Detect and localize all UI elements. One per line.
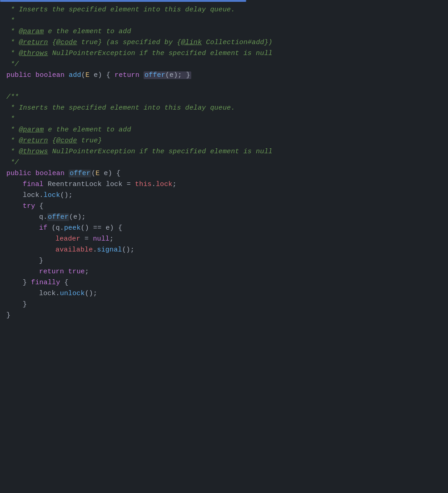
- code-line: * Inserts the specified element into thi…: [6, 5, 448, 15]
- code-line: *: [6, 15, 448, 26]
- code-line: }: [6, 299, 448, 310]
- code-editor: * Inserts the specified element into thi…: [0, 0, 448, 493]
- scrollbar-thumb[interactable]: [0, 0, 246, 2]
- code-line: *: [6, 114, 448, 125]
- code-line: * @return {@code true}: [6, 136, 448, 146]
- code-line: } finally {: [6, 277, 448, 288]
- code-line: */: [6, 157, 448, 168]
- code-line: * @param e the element to add: [6, 26, 448, 37]
- code-line: lock.unlock();: [6, 288, 448, 299]
- scrollbar[interactable]: [0, 0, 448, 2]
- code-line-add: public boolean add(E e) { return offer(e…: [6, 70, 448, 81]
- code-line: * @param e the element to add: [6, 125, 448, 136]
- code-line: final ReentrantLock lock = this.lock;: [6, 179, 448, 190]
- code-line: /**: [6, 92, 448, 103]
- code-line: leader = null;: [6, 234, 448, 245]
- code-line: */: [6, 59, 448, 70]
- code-line-blank: [6, 81, 448, 92]
- code-line: if (q.peek() == e) {: [6, 223, 448, 234]
- code-line: * Inserts the specified element into thi…: [6, 103, 448, 114]
- code-line: return true;: [6, 267, 448, 277]
- code-line: * @throws NullPointerException if the sp…: [6, 146, 448, 157]
- code-line: }: [6, 310, 448, 321]
- code-line: available.signal();: [6, 245, 448, 256]
- code-line: q.offer(e);: [6, 212, 448, 223]
- code-line: }: [6, 256, 448, 267]
- code-block: * Inserts the specified element into thi…: [0, 3, 448, 323]
- code-line-offer: public boolean offer(E e) {: [6, 168, 448, 179]
- code-line: * @return {@code true} (as specified by …: [6, 37, 448, 48]
- code-line: try {: [6, 201, 448, 212]
- code-line: lock.lock();: [6, 190, 448, 201]
- code-line: * @throws NullPointerException if the sp…: [6, 48, 448, 59]
